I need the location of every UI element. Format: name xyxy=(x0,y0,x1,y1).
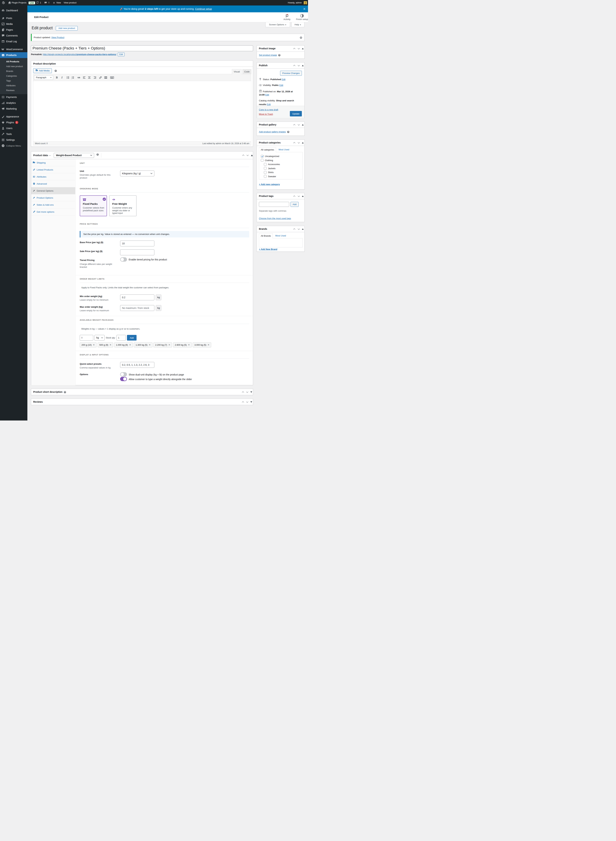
svg-text:B: B xyxy=(56,76,58,79)
svg-text:I: I xyxy=(61,76,63,79)
svg-text:3: 3 xyxy=(71,78,72,79)
